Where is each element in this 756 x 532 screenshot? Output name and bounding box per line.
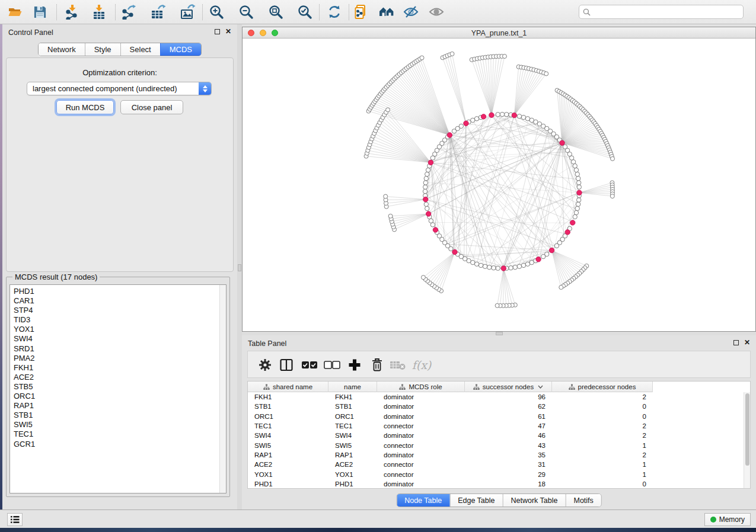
mcds-result-item[interactable]: SRD1 xyxy=(10,344,226,354)
mcds-result-item[interactable]: FKH1 xyxy=(10,363,226,373)
export-table-button[interactable] xyxy=(147,2,168,22)
float-window-icon[interactable] xyxy=(215,29,220,34)
tab-select[interactable]: Select xyxy=(120,43,160,56)
function-builder-button[interactable]: f(x) xyxy=(412,355,432,375)
run-mcds-button[interactable]: Run MCDS xyxy=(56,100,114,114)
open-file-button[interactable] xyxy=(5,2,26,22)
selected-node[interactable] xyxy=(489,113,494,117)
vertical-splitter[interactable] xyxy=(237,24,242,509)
selected-node[interactable] xyxy=(565,230,570,235)
selected-node[interactable] xyxy=(560,140,564,145)
hide-selected-button[interactable] xyxy=(400,2,422,22)
mcds-result-list[interactable]: PHD1CAR1STP4TID3YOX1SWI4SRD1PMA2FKH1ACE2… xyxy=(9,284,227,493)
selected-node[interactable] xyxy=(433,227,438,232)
zoom-in-button[interactable] xyxy=(206,2,227,22)
table-settings-button[interactable] xyxy=(255,355,275,375)
network-titlebar[interactable]: YPA_prune.txt_1 xyxy=(243,27,755,39)
first-neighbors-button[interactable] xyxy=(377,2,398,22)
import-network-button[interactable] xyxy=(61,2,82,22)
mcds-result-item[interactable]: STB1 xyxy=(10,411,226,420)
table-scrollbar-thumb[interactable] xyxy=(745,393,749,466)
delete-table-button[interactable] xyxy=(388,355,408,375)
export-network-button[interactable] xyxy=(117,2,139,22)
search-input[interactable] xyxy=(593,8,739,16)
mcds-result-item[interactable]: TEC1 xyxy=(10,430,226,439)
table-row[interactable]: STB1STB1dominator620 xyxy=(248,402,750,411)
create-column-button[interactable] xyxy=(344,355,365,375)
table-row[interactable]: TEC1TEC1connector472 xyxy=(248,421,750,431)
table-scrollbar[interactable] xyxy=(744,392,750,488)
mcds-result-item[interactable]: PMA2 xyxy=(10,354,226,363)
column-header-predecessor-nodes[interactable]: predecessor nodes xyxy=(552,382,653,392)
mcds-result-item[interactable]: YOX1 xyxy=(10,325,226,334)
select-all-rows-button[interactable] xyxy=(299,355,320,375)
column-header-successor-nodes[interactable]: successor nodes xyxy=(465,382,552,392)
show-all-button[interactable] xyxy=(426,2,447,22)
apply-layout-button[interactable] xyxy=(324,2,345,22)
table-row[interactable]: SWI4SWI4dominator462 xyxy=(248,431,750,440)
close-panel-icon[interactable]: ✕ xyxy=(744,340,750,345)
selected-node[interactable] xyxy=(481,114,486,119)
zoom-selected-button[interactable] xyxy=(294,2,315,22)
search-field[interactable] xyxy=(579,5,744,19)
deselect-all-rows-button[interactable] xyxy=(322,355,342,375)
mcds-result-item[interactable]: PHD1 xyxy=(10,287,226,296)
selected-node[interactable] xyxy=(426,211,430,216)
zoom-out-button[interactable] xyxy=(235,2,257,22)
new-network-from-selection-button[interactable] xyxy=(350,2,371,22)
mcds-result-item[interactable]: CAR1 xyxy=(10,296,226,306)
selected-node[interactable] xyxy=(577,190,582,195)
mcds-result-item[interactable]: STB5 xyxy=(10,382,226,392)
export-image-button[interactable] xyxy=(177,2,198,22)
splitter-handle[interactable] xyxy=(238,264,241,271)
selected-node[interactable] xyxy=(570,220,575,225)
table-row[interactable]: PHD1PHD1dominator180 xyxy=(248,479,750,489)
tab-network[interactable]: Network xyxy=(39,43,85,56)
delete-column-button[interactable] xyxy=(367,355,387,375)
table-row[interactable]: ORC1ORC1dominator610 xyxy=(248,412,750,421)
criterion-dropdown[interactable]: largest connected component (undirected) xyxy=(27,82,212,95)
mcds-result-item[interactable]: GCR1 xyxy=(10,440,226,449)
selected-node[interactable] xyxy=(428,160,433,165)
show-column-panel-button[interactable] xyxy=(276,355,296,375)
zoom-fit-button[interactable] xyxy=(265,2,286,22)
selected-node[interactable] xyxy=(536,257,541,262)
save-session-button[interactable] xyxy=(29,2,50,22)
table-row[interactable]: ACE2ACE2connector311 xyxy=(248,460,750,469)
mcds-list-scrollbar[interactable] xyxy=(219,285,226,493)
mcds-result-item[interactable]: ORC1 xyxy=(10,392,226,401)
mcds-result-item[interactable]: ACE2 xyxy=(10,373,226,382)
mcds-result-item[interactable]: SWI4 xyxy=(10,334,226,344)
table-row[interactable]: SWI5SWI5connector431 xyxy=(248,440,750,450)
table-row[interactable]: FKH1FKH1dominator962 xyxy=(248,392,750,402)
task-history-button[interactable] xyxy=(7,513,23,526)
column-header-name[interactable]: name xyxy=(328,382,377,392)
float-window-icon[interactable] xyxy=(733,340,739,345)
import-table-button[interactable] xyxy=(88,2,110,22)
tab-node-table[interactable]: Node Table xyxy=(397,494,449,507)
table-row[interactable]: RAP1RAP1dominator352 xyxy=(248,450,750,460)
column-header-MCDS-role[interactable]: MCDS role xyxy=(377,382,465,392)
network-canvas[interactable] xyxy=(243,39,755,331)
selected-node[interactable] xyxy=(452,249,457,254)
mcds-result-item[interactable]: SWI5 xyxy=(10,420,226,430)
selected-node[interactable] xyxy=(447,133,452,137)
tab-mcds[interactable]: MCDS xyxy=(160,43,201,56)
close-panel-button[interactable]: Close panel xyxy=(120,100,183,114)
tab-motifs[interactable]: Motifs xyxy=(565,494,601,507)
tab-network-table[interactable]: Network Table xyxy=(503,494,566,507)
tab-style[interactable]: Style xyxy=(85,43,120,56)
mcds-result-item[interactable]: RAP1 xyxy=(10,401,226,411)
tab-edge-table[interactable]: Edge Table xyxy=(449,494,502,507)
selected-node[interactable] xyxy=(464,121,468,126)
memory-button[interactable]: Memory xyxy=(704,513,751,526)
column-header-shared-name[interactable]: shared name xyxy=(248,382,328,392)
selected-node[interactable] xyxy=(549,248,554,252)
mcds-result-item[interactable]: STP4 xyxy=(10,306,226,315)
close-panel-icon[interactable]: ✕ xyxy=(225,29,231,34)
selected-node[interactable] xyxy=(501,266,506,271)
selected-node[interactable] xyxy=(423,197,428,201)
selected-node[interactable] xyxy=(512,113,516,117)
table-row[interactable]: YOX1YOX1connector291 xyxy=(248,469,750,479)
mcds-result-item[interactable]: TID3 xyxy=(10,315,226,325)
